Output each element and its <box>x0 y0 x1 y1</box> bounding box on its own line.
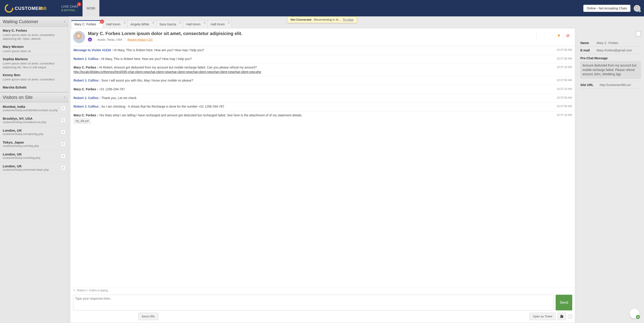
collapse-icon[interactable]: ▫ <box>64 19 66 24</box>
chat-tab[interactable]: Sara Garcia✕ <box>156 20 183 28</box>
logo[interactable]: CUSTOMER 360 <box>0 0 57 16</box>
message-sender: Robert J. Collins : <box>74 96 102 100</box>
waiting-customer-item[interactable]: Kenny BenLorem ipsum dolor sit amet, con… <box>0 71 68 83</box>
close-tab-icon[interactable]: ✕ <box>124 21 126 24</box>
ban-icon: ⊘ <box>566 33 570 38</box>
fab-badge: 99 <box>636 315 640 319</box>
message-body: Robert J. Collins : Hi Mary, This is Rob… <box>74 57 547 61</box>
customer-desc: Lorem ipsum dolor sit amet, consectetur. <box>3 78 66 81</box>
conversation-panel: Mary C. Forbes Lorem ipsum dolor sit ame… <box>68 28 577 323</box>
close-tab-icon[interactable]: ✕ <box>152 21 154 24</box>
close-tab-icon[interactable]: ✕ <box>228 21 230 24</box>
collapse-icon[interactable]: ▫ <box>64 95 66 100</box>
visitor-item[interactable]: London, UKcustomer3sixty.com/blog.phpR <box>0 150 68 162</box>
detail-row-site-url: Site URL http://customer360.co/ <box>580 81 641 89</box>
customer-desc: Lorem ipsum dolor sit amet, consectetur … <box>3 33 66 41</box>
message-body: Robert J. Collins : Thank you, Let me ch… <box>74 96 547 100</box>
chat-tab[interactable]: Hall Kevin✕ <box>103 20 127 28</box>
waiting-customer-item[interactable]: Sophia MartensLorem ipsum dolor sit amet… <box>0 55 68 71</box>
connection-banner: Not Connected . Reconnecting in 3s ... T… <box>287 16 357 23</box>
detail-label: E-mail <box>580 48 596 52</box>
agent-avatar[interactable] <box>634 5 640 12</box>
close-tab-icon[interactable]: ✕ <box>204 21 206 24</box>
send-button[interactable]: Send <box>556 295 572 311</box>
topbar: CUSTOMER 360 9 LIVE CHAT 2 Waiting... MO… <box>0 0 644 16</box>
send-url-button[interactable]: Send URL <box>138 313 158 320</box>
chat-message: Mary C. Forbes : +01 1256-294-78710:37:1… <box>70 85 575 94</box>
video-camera-icon: 🎥 <box>560 315 564 318</box>
message-body: Mary C. Forbes : Yes thats what I am tel… <box>74 113 547 124</box>
detail-value: http://customer360.co/ <box>600 83 641 87</box>
visitor-location: London, UK <box>3 152 59 156</box>
waiting-customer-header[interactable]: Waiting Customer ▫ <box>0 16 68 27</box>
message-body: Message to Visitor #1234 : Hi Mary, This… <box>74 48 547 52</box>
chat-tab[interactable]: Hall Kevin✕ <box>183 20 207 28</box>
tab-label: Sara Garcia <box>160 22 176 26</box>
message-attachment[interactable]: My_Bill.pdf <box>74 118 91 124</box>
floating-action-button[interactable]: 99 <box>630 309 640 319</box>
detail-row-name: Name Mary C. Forbes <box>580 39 641 47</box>
visitor-item[interactable]: Brooklyn, NY, USAcustomer3sixty.com/abou… <box>0 114 68 126</box>
message-text: Hi Robert, Amount got deducted from my a… <box>99 66 257 69</box>
chat-message: Robert J. Collins : Sure I will assist y… <box>70 76 575 85</box>
message-text: Thank you, Let me check <box>102 96 136 100</box>
message-body: Mary C. Forbes : Hi Robert, Amount got d… <box>74 65 547 74</box>
action-blank-1[interactable] <box>536 31 545 40</box>
favorite-button[interactable]: ♥ <box>554 31 563 40</box>
waiting-customer-item[interactable]: Mary WestonLorem ipsum dolor sit. <box>0 43 68 55</box>
message-input[interactable] <box>73 295 554 311</box>
close-tab-icon[interactable]: ✕ <box>179 21 181 24</box>
open-as-ticket-button[interactable]: Open as Ticket <box>529 313 556 320</box>
top-nav: 9 LIVE CHAT 2 Waiting... MOBI <box>57 0 100 16</box>
nav-label: LIVE CHAT <box>62 4 78 8</box>
message-time: 10:37:50 AM <box>547 78 572 83</box>
message-time: 10:37:10 AM <box>547 65 572 74</box>
message-text: Yes thats what I am telling I have recha… <box>99 113 302 117</box>
visitors-list: Mumbai, Indiacustomer3sixty.com/kb/des/c… <box>0 102 68 323</box>
visitors-on-site-header[interactable]: Visitors on Site ▫ <box>0 92 68 102</box>
sidebar: Waiting Customer ▫ Mary C. ForbesLorem i… <box>0 16 68 323</box>
visitor-item[interactable]: Tokyo, Japancustomer3sixty.com/faq.phpR <box>0 138 68 150</box>
customer-name: Mary C. Forbes <box>3 28 66 32</box>
waiting-customer-item[interactable]: Marsha Echols <box>0 83 68 92</box>
chat-tab[interactable]: Hall Kevin✕ <box>207 20 232 28</box>
more-actions-button[interactable] <box>568 315 572 319</box>
priority-badge-icon: p <box>88 37 92 41</box>
chat-tab[interactable]: Angela White✕ <box>127 20 156 28</box>
detail-value: Mary C. Forbes <box>596 41 641 45</box>
message-sender: Robert J. Collins : <box>74 57 102 61</box>
returning-badge-icon: R <box>61 166 66 170</box>
waiting-customer-item[interactable]: Mary C. ForbesLorem ipsum dolor sit amet… <box>0 27 68 43</box>
block-button[interactable]: ⊘ <box>563 31 572 40</box>
nav-tab-live-chat[interactable]: 9 LIVE CHAT 2 Waiting... <box>57 0 82 16</box>
chat-tab[interactable]: Mary C. Forbes✕20 <box>71 20 103 28</box>
chat-message: Message to Visitor #1234 : Hi Mary, This… <box>70 46 575 54</box>
heart-icon: ♥ <box>558 33 560 38</box>
live-chat-badge: 9 <box>77 2 81 6</box>
message-text: Hi Mary, This is Robert here. How are yo… <box>114 48 204 52</box>
visitor-item[interactable]: London, UKcustomer3sixty.com/pricing.php… <box>0 126 68 138</box>
nav-tab-mobi[interactable]: MOBI <box>82 0 99 16</box>
recent-history-link[interactable]: Recent History (10) <box>128 38 153 41</box>
message-text: +01 1256-294-787 <box>99 87 125 91</box>
customer-avatar-icon <box>73 31 85 43</box>
customer-desc: Lorem ipsum dolor sit. <box>3 49 66 53</box>
action-blank-2[interactable] <box>545 31 554 40</box>
video-call-button[interactable]: 🎥 <box>558 313 566 320</box>
section-title: Visitors on Site <box>3 95 32 100</box>
visitor-location: Mumbai, India <box>3 105 59 108</box>
message-link[interactable]: http://localc360dev.in/themes/html/095-c… <box>74 70 261 74</box>
conversation-footer: Send URL Open as Ticket 🎥 <box>70 311 575 323</box>
customer-details-panel: Name Mary C. Forbes E-mail Mary-Forbes@g… <box>577 28 644 323</box>
visitor-item[interactable]: Mumbai, Indiacustomer3sixty.com/kb/des/c… <box>0 102 68 114</box>
conversation-meta: p | Austin, Texas, USA | Recent History … <box>88 37 533 41</box>
returning-badge-icon: R <box>61 142 66 146</box>
message-time: 10:37:10 AM <box>547 113 572 124</box>
message-time: 10:37:50 AM <box>547 57 572 61</box>
tab-label: Mary C. Forbes <box>74 22 96 26</box>
try-now-link[interactable]: Try Now <box>343 18 354 21</box>
message-sender: Mary C. Forbes : <box>74 87 99 91</box>
minimize-panel-button[interactable] <box>636 31 641 36</box>
visitor-item[interactable]: London, UKcustomer3sixty.com/meet-team.p… <box>0 162 68 174</box>
online-status-button[interactable]: Online - Not Accepting Chats <box>583 5 630 12</box>
